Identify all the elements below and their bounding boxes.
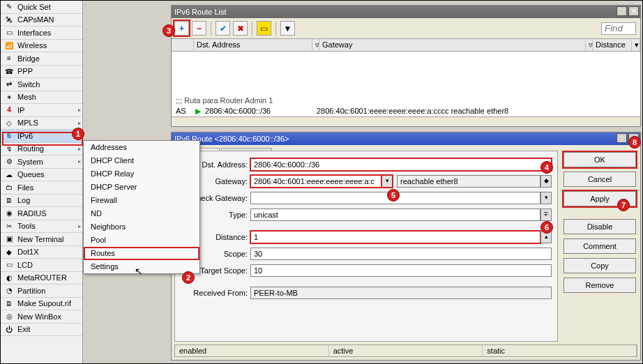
antenna-icon: 🛰: [3, 14, 15, 25]
remove-button[interactable]: −: [192, 21, 206, 36]
menu-routing[interactable]: ↯Routing▸: [1, 143, 82, 156]
anno-2: 2: [182, 271, 195, 284]
submenu-label: Addresses: [91, 143, 127, 151]
disable-button[interactable]: Disable: [563, 219, 636, 234]
menu-mpls[interactable]: ◇MPLS▸: [1, 117, 82, 130]
menu-label: RADIUS: [17, 209, 47, 218]
disable-button[interactable]: ✖: [233, 21, 248, 36]
sort-icon[interactable]: ▿: [312, 39, 319, 51]
col-flag[interactable]: [172, 39, 194, 51]
dst-address-input[interactable]: [250, 158, 552, 171]
menu-capsman[interactable]: 🛰CAPsMAN: [1, 14, 82, 27]
menu-mesh[interactable]: ✶Mesh: [1, 91, 82, 105]
menu-metarouter[interactable]: ◐MetaROUTER: [1, 272, 82, 285]
enable-button[interactable]: ✔: [215, 21, 230, 36]
find-input[interactable]: [601, 22, 636, 35]
partition-icon: ◔: [3, 285, 15, 296]
maximize-button[interactable]: □: [616, 133, 627, 143]
menu-label: LCD: [17, 261, 33, 269]
distance-input[interactable]: [250, 231, 540, 243]
menu-dot1x[interactable]: ◆Dot1X: [1, 246, 82, 259]
toolbar: + − ✔ ✖ ▭ ▼: [172, 18, 640, 38]
menu-supout[interactable]: 🗎Make Supout.rif: [1, 298, 82, 311]
menu-label: Dot1X: [17, 248, 39, 256]
anno-6: 6: [540, 221, 553, 234]
title-bar[interactable]: IPv6 Route <2806:40c:6000::/36> □ ✕: [172, 132, 640, 145]
menu-interfaces[interactable]: ▭Interfaces: [1, 26, 82, 40]
menu-switch[interactable]: ⇄Switch: [1, 78, 82, 91]
menu-newwinbox[interactable]: ◎New WinBox: [1, 310, 82, 324]
submenu-label: ND: [91, 209, 102, 218]
menu-system[interactable]: ⚙System▸: [1, 156, 82, 169]
menu-exit[interactable]: ⏻Exit: [1, 324, 82, 337]
menu-ppp[interactable]: ☎PPP: [1, 66, 82, 79]
chevron-icon: ▸: [78, 146, 81, 152]
menu-queues[interactable]: ☁Queues: [1, 169, 82, 182]
menu-label: MetaROUTER: [17, 273, 67, 282]
menu-ipv6[interactable]: 6IPv6▸: [1, 130, 82, 143]
add-button[interactable]: +: [174, 21, 189, 36]
submenu-label: DHCP Client: [91, 156, 134, 165]
comment-button[interactable]: ▭: [257, 21, 271, 36]
submenu-neighbors[interactable]: Neighbors: [84, 220, 199, 234]
submenu-addresses[interactable]: Addresses: [84, 141, 199, 154]
row-comment: ;;; Ruta para Router Admin 1: [172, 95, 640, 106]
remove-button[interactable]: Remove: [563, 278, 636, 293]
submenu-nd[interactable]: ND: [84, 207, 199, 220]
sort-icon[interactable]: ▿: [586, 39, 593, 51]
menu-ip[interactable]: 4IP▸: [1, 104, 82, 117]
cancel-button[interactable]: Cancel: [563, 172, 636, 187]
menu-label: IPv6: [17, 132, 33, 140]
menu-wireless[interactable]: 📶Wireless: [1, 40, 82, 53]
menu-label: New Terminal: [17, 235, 63, 243]
anno-3: 3: [162, 24, 175, 37]
submenu-dhcpserver[interactable]: DHCP Server: [84, 181, 199, 194]
menu-lcd[interactable]: ▭LCD: [1, 259, 82, 272]
submenu-dhcpclient[interactable]: DHCP Client: [84, 154, 199, 167]
menu-bridge[interactable]: ≡Bridge: [1, 52, 82, 66]
menu-files[interactable]: 🗀Files: [1, 181, 82, 195]
submenu-pool[interactable]: Pool: [84, 234, 199, 247]
menu-quickset[interactable]: ✎Quick Set: [1, 1, 82, 14]
menu-label: Interfaces: [17, 29, 51, 37]
col-dist[interactable]: Distance: [593, 39, 632, 51]
menu-newterminal[interactable]: ▣New Terminal: [1, 233, 82, 246]
maximize-button[interactable]: □: [616, 6, 627, 16]
columns-button[interactable]: ▾: [632, 39, 640, 51]
type-input[interactable]: [250, 208, 540, 221]
title-bar[interactable]: IPv6 Route List □ ✕: [172, 6, 640, 18]
type-dropdown[interactable]: ∓: [540, 208, 552, 221]
gateway-input[interactable]: [250, 175, 381, 188]
routing-icon: ↯: [3, 143, 15, 154]
submenu-dhcprelay[interactable]: DHCP Relay: [84, 167, 199, 181]
chevron-icon: ▸: [78, 158, 81, 165]
checkgw-dropdown[interactable]: ▾: [540, 192, 552, 204]
status-active: active: [329, 345, 483, 356]
menu-partition[interactable]: ◔Partition: [1, 285, 82, 298]
close-button[interactable]: ✕: [628, 6, 639, 16]
target-scope-input[interactable]: [250, 264, 552, 277]
menu-radius[interactable]: ◉RADIUS: [1, 207, 82, 220]
menu-label: System: [17, 158, 43, 166]
copy-button[interactable]: Copy: [563, 258, 636, 273]
submenu-label: Pool: [91, 236, 106, 244]
col-dst[interactable]: Dst. Address: [194, 39, 312, 51]
menu-label: Files: [17, 183, 33, 192]
menu-tools[interactable]: ✂Tools▸: [1, 220, 82, 234]
grid-body[interactable]: ;;; Ruta para Router Admin 1 AS ▶ 2806:4…: [172, 52, 640, 117]
filter-button[interactable]: ▼: [280, 21, 295, 36]
comment-button[interactable]: Comment: [563, 238, 636, 254]
gateway-add[interactable]: ◆: [540, 175, 552, 188]
ok-button[interactable]: OK: [563, 152, 636, 167]
col-gw[interactable]: Gateway: [319, 39, 586, 51]
submenu-firewall[interactable]: Firewall: [84, 194, 199, 207]
main-menu: ✎Quick Set 🛰CAPsMAN ▭Interfaces 📶Wireles…: [1, 1, 83, 363]
menu-log[interactable]: 🗎Log: [1, 195, 82, 208]
label-recv: Received From:: [181, 289, 250, 297]
gateway-dropdown[interactable]: ▾: [381, 175, 393, 188]
row-gw: 2806:40c:6001:eeee:eeee:eeee:a:cccc reac…: [314, 107, 639, 116]
scope-input[interactable]: [250, 248, 552, 260]
table-row[interactable]: AS ▶ 2806:40c:6000::/36 2806:40c:6001:ee…: [172, 106, 640, 116]
submenu-routes[interactable]: Routes: [84, 247, 199, 260]
lcd-icon: ▭: [3, 259, 15, 271]
